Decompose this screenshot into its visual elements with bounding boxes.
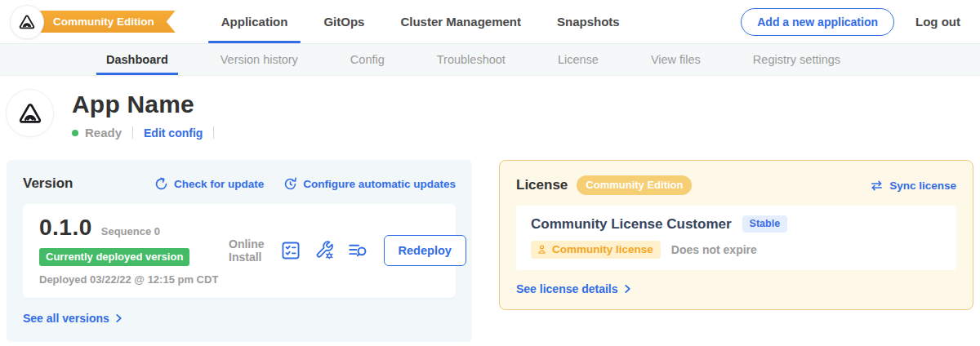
subnav-item-view-files[interactable]: View files: [651, 44, 701, 75]
subnav-item-version-history[interactable]: Version history: [220, 44, 298, 75]
app-logo-icon: [16, 100, 44, 127]
status-badge: Ready: [85, 126, 122, 140]
clock-refresh-icon: [283, 177, 297, 191]
license-meta-row: Community license Does not expire: [531, 241, 942, 259]
main-tabs: Application GitOps Cluster Management Sn…: [221, 0, 620, 43]
subnav-item-dashboard[interactable]: Dashboard: [106, 44, 168, 75]
channel-badge: Stable: [742, 215, 788, 233]
divider: [132, 126, 133, 139]
ribbon-label: Community Edition: [53, 16, 154, 28]
deployed-timestamp: Deployed 03/22/22 @ 12:15 pm CDT: [39, 273, 229, 286]
subnav-item-config[interactable]: Config: [350, 44, 385, 75]
license-type-badge: Community license: [531, 241, 661, 259]
topnav-right: Add a new application Log out: [741, 8, 960, 36]
redeploy-button[interactable]: Redeploy: [384, 235, 466, 266]
version-card-header: Version Check for update: [23, 175, 456, 192]
main-content: App Name Ready Edit config Version: [0, 76, 980, 342]
config-wrench-icon[interactable]: [314, 240, 335, 261]
brand: Community Edition: [11, 0, 176, 43]
see-all-versions-link[interactable]: See all versions: [23, 312, 456, 325]
app-avatar: [7, 90, 53, 136]
subnav-item-registry-settings[interactable]: Registry settings: [753, 44, 840, 75]
deploy-logs-icon[interactable]: [347, 240, 368, 261]
status-dot: [72, 130, 78, 136]
check-for-update-link[interactable]: Check for update: [154, 177, 264, 191]
preflight-checklist-icon[interactable]: [280, 240, 301, 261]
customer-row: Community License Customer Stable: [531, 215, 942, 233]
see-license-details-link[interactable]: See license details: [516, 282, 956, 295]
app-header: App Name Ready Edit config: [7, 90, 973, 140]
divider: [213, 126, 214, 139]
refresh-icon: [154, 177, 168, 191]
version-number-row: 0.1.0 Sequence 0: [39, 215, 229, 241]
currently-deployed-badge: Currently deployed version: [39, 248, 189, 266]
tab-gitops[interactable]: GitOps: [323, 0, 364, 43]
sync-arrows-icon: [870, 180, 884, 192]
license-card-title: License: [516, 177, 568, 193]
community-edition-ribbon: Community Edition: [27, 11, 176, 33]
customer-name: Community License Customer: [531, 216, 732, 233]
version-info: 0.1.0 Sequence 0 Currently deployed vers…: [39, 215, 229, 286]
app-status-row: Ready Edit config: [72, 126, 225, 140]
replicated-logo: [11, 6, 43, 38]
edition-badge: Community Edition: [577, 175, 692, 195]
app-title-block: App Name Ready Edit config: [72, 90, 225, 140]
current-version-panel: 0.1.0 Sequence 0 Currently deployed vers…: [23, 204, 456, 298]
sequence-label: Sequence 0: [101, 225, 160, 237]
expiration-text: Does not expire: [671, 243, 757, 256]
sync-license-link[interactable]: Sync license: [870, 180, 956, 192]
version-number: 0.1.0: [39, 215, 92, 241]
page-title: App Name: [72, 91, 225, 118]
version-actions: Online Install: [229, 235, 466, 266]
tab-snapshots[interactable]: Snapshots: [557, 0, 620, 43]
top-navbar: Community Edition Application GitOps Clu…: [0, 0, 980, 43]
dashboard-cards: Version Check for update: [7, 160, 973, 342]
install-type-label: Online Install: [229, 237, 265, 264]
subnav-item-license[interactable]: License: [558, 44, 599, 75]
tab-application[interactable]: Application: [221, 0, 288, 43]
person-icon: [537, 244, 547, 255]
configure-automatic-updates-link[interactable]: Configure automatic updates: [283, 177, 456, 191]
version-card: Version Check for update: [7, 160, 472, 342]
add-new-application-button[interactable]: Add a new application: [741, 8, 894, 36]
chevron-right-icon: [115, 313, 122, 323]
replicated-logo-icon: [17, 12, 37, 32]
subnav-item-troubleshoot[interactable]: Troubleshoot: [437, 44, 506, 75]
chevron-right-icon: [624, 284, 631, 294]
license-details-panel: Community License Customer Stable Commun…: [516, 206, 956, 270]
version-card-title: Version: [23, 175, 73, 192]
license-card: License Community Edition Sync license C…: [499, 160, 973, 310]
edit-config-link[interactable]: Edit config: [144, 126, 203, 140]
app-subnav: Dashboard Version history Config Trouble…: [0, 43, 980, 76]
license-card-header: License Community Edition Sync license: [516, 175, 956, 195]
version-header-actions: Check for update Configure automatic upd…: [154, 177, 456, 191]
license-header-actions: Sync license: [870, 180, 956, 192]
tab-cluster-management[interactable]: Cluster Management: [400, 0, 521, 43]
logout-button[interactable]: Log out: [915, 15, 960, 29]
